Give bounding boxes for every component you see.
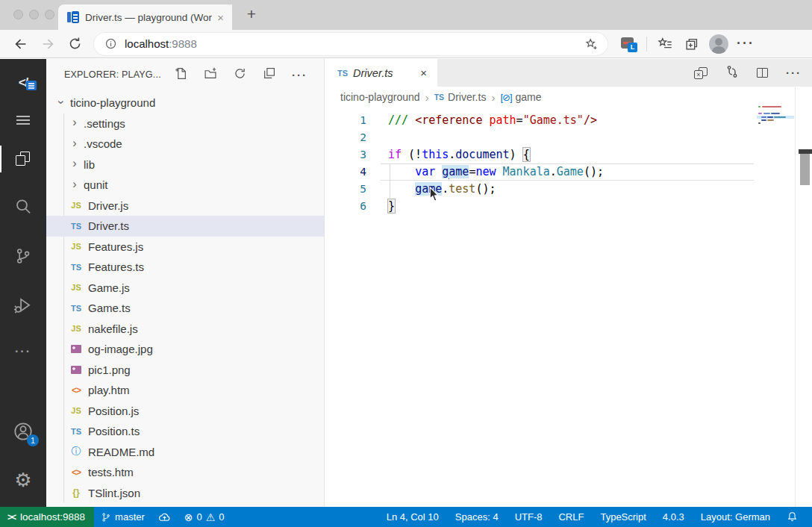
additional-views-button[interactable]: ···: [0, 334, 46, 369]
tree-item-ticino-playground[interactable]: ›ticino-playground: [46, 93, 324, 113]
views-more-button[interactable]: ···: [292, 69, 307, 81]
tree-item-label: qunit: [84, 178, 108, 191]
explorer-activity-button[interactable]: [0, 141, 46, 177]
accounts-button[interactable]: 1: [0, 414, 46, 449]
code-line-1[interactable]: 1/// <reference path="Game.ts"/>: [325, 112, 812, 129]
status-item-bell[interactable]: [778, 507, 806, 527]
editor-more-actions-button[interactable]: ···: [786, 66, 802, 79]
status-item-4-0-3[interactable]: 4.0.3: [655, 507, 693, 527]
back-icon: [13, 36, 29, 52]
tree-item-lib[interactable]: ›lib: [46, 155, 324, 175]
address-bar[interactable]: localhost:9888: [94, 33, 608, 55]
tree-item-game-ts[interactable]: TSGame.ts: [46, 298, 324, 319]
tree-item-features-ts[interactable]: TSFeatures.ts: [46, 257, 324, 278]
tree-item-tests-htm[interactable]: <>tests.htm: [46, 462, 324, 483]
tree-item-driver-ts[interactable]: TSDriver.ts: [46, 216, 324, 237]
tree-item-nakefile-js[interactable]: JSnakefile.js: [46, 319, 324, 340]
breadcrumb-folder[interactable]: ticino-playground: [340, 91, 420, 103]
warnings-icon: ⚠: [206, 512, 216, 523]
source-control-activity-button[interactable]: [0, 238, 46, 274]
tree-item-qunit[interactable]: ›qunit: [46, 175, 324, 196]
forward-button[interactable]: [34, 33, 61, 55]
profile-button[interactable]: [705, 33, 732, 55]
browser-window: Driver.ts — playground (Works × + localh…: [0, 0, 812, 527]
code-line-3[interactable]: 3if (!this.document) {: [325, 146, 812, 163]
browser-tab-title: Driver.ts — playground (Works: [85, 12, 212, 23]
tree-item-tslint-json[interactable]: {}TSlint.json: [46, 483, 324, 504]
breadcrumb-file[interactable]: Driver.ts: [448, 91, 486, 103]
new-tab-button[interactable]: +: [240, 5, 263, 23]
split-editor-button[interactable]: [757, 68, 768, 78]
extension-button[interactable]: L: [615, 33, 642, 55]
new-folder-button[interactable]: [204, 67, 217, 83]
back-button[interactable]: [7, 33, 34, 55]
code-line-5[interactable]: 5 game.test();: [325, 181, 812, 198]
remote-indicator[interactable]: >< localhost:9888: [0, 507, 94, 527]
status-item-cloud[interactable]: [152, 507, 178, 527]
close-editor-icon[interactable]: ×: [417, 66, 430, 79]
minimize-window-button[interactable]: [29, 10, 39, 19]
run-debug-activity-button[interactable]: [0, 287, 46, 323]
tree-item-label: .vscode: [84, 137, 122, 150]
zoom-window-button[interactable]: [45, 10, 54, 19]
status-label: UTF-8: [515, 511, 543, 523]
browser-menu-button[interactable]: ···: [732, 33, 759, 55]
status-item-layout-german[interactable]: Layout: German: [693, 507, 778, 527]
js-file-icon: JS: [69, 201, 84, 210]
site-info-icon[interactable]: [104, 37, 117, 50]
browser-tab[interactable]: Driver.ts — playground (Works ×: [58, 4, 232, 30]
tree-item-driver-js[interactable]: JSDriver.js: [46, 196, 324, 216]
code-line-6[interactable]: 6}: [325, 198, 812, 215]
close-window-button[interactable]: [13, 10, 23, 19]
image-file-icon: [71, 345, 81, 353]
git-branch-icon: [101, 512, 111, 523]
status-item-spaces-4[interactable]: Spaces: 4: [447, 507, 507, 527]
new-file-button[interactable]: [175, 67, 187, 83]
minimap[interactable]: [757, 105, 794, 148]
collections-icon: [684, 36, 700, 52]
status-item-0[interactable]: ⊗0⚠0: [178, 507, 231, 527]
line-number: 3: [325, 146, 366, 163]
open-changes-icon: [725, 65, 739, 78]
search-activity-button[interactable]: [0, 189, 46, 225]
tree-item-play-htm[interactable]: <>play.htm: [46, 380, 324, 401]
tree-item-position-js[interactable]: JSPosition.js: [46, 401, 324, 422]
tree-item-position-ts[interactable]: TSPosition.ts: [46, 421, 324, 442]
collections-button[interactable]: [678, 33, 705, 55]
tree-item-label: og-image.jpg: [88, 343, 153, 355]
settings-button[interactable]: ⚙: [0, 462, 46, 498]
close-all-editors-button[interactable]: ×: [694, 67, 708, 79]
tree-item--vscode[interactable]: ›.vscode: [46, 134, 324, 155]
editor-tab-driver-ts[interactable]: TS Driver.ts ×: [325, 59, 437, 87]
more-icon: ···: [15, 345, 31, 358]
tree-item-features-js[interactable]: JSFeatures.js: [46, 237, 324, 258]
breadcrumb-symbol[interactable]: game: [516, 91, 542, 103]
status-item-master[interactable]: master: [94, 507, 152, 527]
tree-item-game-js[interactable]: JSGame.js: [46, 278, 324, 299]
scrollbar-thumb[interactable]: [800, 154, 810, 185]
status-item-utf-8[interactable]: UTF-8: [507, 507, 551, 527]
reload-button[interactable]: [61, 33, 88, 55]
add-favorite-button[interactable]: [584, 37, 599, 52]
collapse-folders-button[interactable]: [263, 67, 275, 83]
code-line-4[interactable]: 4 var game=new Mankala.Game();: [325, 163, 812, 181]
status-item-typescript[interactable]: TypeScript: [592, 507, 654, 527]
open-changes-button[interactable]: [725, 65, 739, 81]
line-number: 2: [325, 129, 366, 146]
tree-item-og-image-jpg[interactable]: og-image.jpg: [46, 339, 324, 360]
html-file-icon: <>: [69, 467, 84, 478]
tree-item-pic1-png[interactable]: pic1.png: [46, 360, 324, 381]
refresh-button[interactable]: [234, 67, 246, 83]
code-line-2[interactable]: 2: [325, 129, 812, 146]
tree-item-label: Features.js: [88, 240, 143, 253]
favorites-button[interactable]: [652, 33, 678, 55]
window-controls[interactable]: [13, 10, 54, 19]
tree-item-readme-md[interactable]: ⓘREADME.md: [46, 442, 324, 463]
status-item-ln-4-col-10[interactable]: Ln 4, Col 10: [378, 507, 447, 527]
tree-item--settings[interactable]: ›.settings: [46, 113, 324, 134]
tree-item-label: Driver.ts: [88, 219, 129, 232]
status-item-crlf[interactable]: CRLF: [550, 507, 592, 527]
menu-button[interactable]: [0, 102, 46, 138]
code-editor[interactable]: 1/// <reference path="Game.ts"/>23if (!t…: [325, 107, 812, 507]
status-right: Ln 4, Col 10Spaces: 4UTF-8CRLFTypeScript…: [378, 507, 812, 527]
